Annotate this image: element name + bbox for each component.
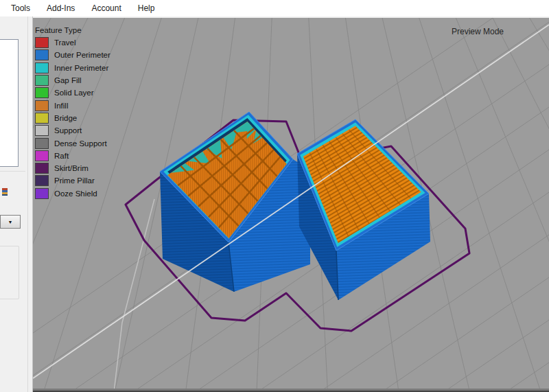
legend-item-row: Support bbox=[35, 124, 110, 137]
legend-item-label: Dense Support bbox=[54, 139, 107, 148]
legend-color-swatch bbox=[35, 188, 49, 199]
legend-item-row: Gap Fill bbox=[35, 74, 110, 87]
legend-item-row: Raft bbox=[35, 150, 110, 162]
chevron-down-icon: ▼ bbox=[8, 220, 13, 224]
legend-item-label: Travel bbox=[54, 38, 76, 47]
process-icon bbox=[2, 186, 8, 194]
legend-color-swatch bbox=[35, 150, 49, 161]
legend-item-row: Infill bbox=[35, 99, 110, 111]
legend-color-swatch bbox=[35, 37, 49, 48]
legend-item-label: Raft bbox=[54, 152, 69, 160]
menu-item-add-ins[interactable]: Add-Ins bbox=[38, 1, 83, 15]
legend-item-label: Gap Fill bbox=[54, 76, 82, 84]
legend-item-row: Inner Perimeter bbox=[35, 62, 110, 74]
legend-color-swatch bbox=[35, 125, 49, 136]
legend-item-label: Outer Perimeter bbox=[54, 51, 110, 59]
legend-item-row: Travel bbox=[35, 36, 110, 49]
legend-item-label: Solid Layer bbox=[54, 89, 94, 97]
legend-color-swatch bbox=[35, 100, 49, 111]
legend-color-swatch bbox=[35, 49, 49, 60]
sidebar-groupbox bbox=[0, 246, 19, 299]
legend-item-row: Bridge bbox=[35, 112, 110, 124]
legend-color-swatch bbox=[35, 163, 49, 174]
legend-item-label: Bridge bbox=[54, 114, 77, 122]
model-cube-right bbox=[297, 119, 430, 300]
legend-color-swatch bbox=[35, 175, 49, 186]
legend-item-label: Inner Perimeter bbox=[54, 64, 108, 72]
menu-item-tools[interactable]: Tools bbox=[3, 1, 38, 15]
legend-item-row: Solid Layer bbox=[35, 87, 110, 99]
legend-title: Feature Type bbox=[35, 26, 110, 34]
model-cube-left bbox=[151, 103, 310, 292]
legend-item-label: Infill bbox=[54, 102, 68, 110]
legend-item-row: Skirt/Brim bbox=[35, 162, 110, 174]
legend-item-row: Prime Pillar bbox=[35, 174, 110, 187]
legend-item-label: Skirt/Brim bbox=[54, 164, 89, 172]
plate-axis-line-soft bbox=[114, 199, 154, 392]
legend-item-row: Ooze Shield bbox=[35, 187, 110, 200]
preview-mode-label: Preview Mode bbox=[452, 27, 504, 36]
menu-item-help[interactable]: Help bbox=[130, 1, 163, 15]
legend-item-label: Ooze Shield bbox=[54, 189, 97, 198]
menu-item-account[interactable]: Account bbox=[83, 1, 129, 15]
legend-color-swatch bbox=[35, 87, 49, 98]
feature-type-legend: Feature Type TravelOuter PerimeterInner … bbox=[35, 26, 110, 200]
process-select-dropdown[interactable]: ▼ bbox=[0, 215, 21, 229]
legend-item-row: Dense Support bbox=[35, 137, 110, 149]
menu-bar: ToolsAdd-InsAccountHelp bbox=[0, 0, 549, 16]
legend-item-label: Prime Pillar bbox=[54, 176, 95, 185]
section-divider bbox=[0, 171, 25, 172]
panel-splitter[interactable] bbox=[27, 16, 28, 392]
legend-item-row: Outer Perimeter bbox=[35, 49, 110, 61]
legend-color-swatch bbox=[35, 62, 49, 73]
legend-color-swatch bbox=[35, 113, 49, 124]
left-settings-panel: ▼ bbox=[0, 16, 33, 392]
legend-color-swatch bbox=[35, 138, 49, 149]
plate-edge bbox=[33, 389, 549, 391]
legend-item-label: Support bbox=[54, 126, 82, 135]
models-listbox[interactable] bbox=[0, 39, 19, 167]
legend-color-swatch bbox=[35, 75, 49, 86]
preview-3d-viewport[interactable]: Feature Type TravelOuter PerimeterInner … bbox=[33, 18, 549, 392]
